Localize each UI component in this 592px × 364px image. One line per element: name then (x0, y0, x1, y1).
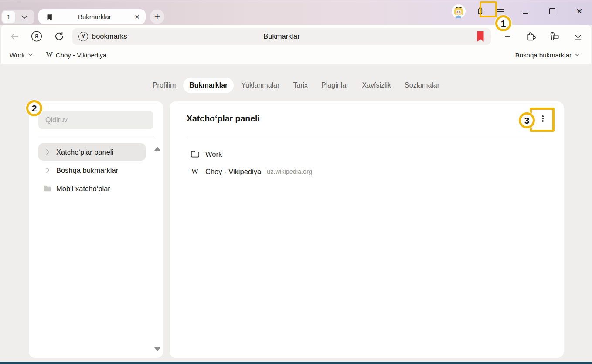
chevron-down-icon (575, 53, 580, 57)
page-bookmarked-icon[interactable] (476, 31, 485, 42)
downloads-button[interactable] (573, 31, 583, 42)
search-input[interactable] (38, 116, 153, 124)
tree-item-mobile-bookmarks[interactable]: Mobil xatchoʻplar (38, 180, 146, 197)
chevron-right-icon (44, 166, 51, 174)
other-bookmarks-button[interactable]: Boshqa bukmarklar (515, 51, 580, 59)
browser-window: 1 Bukmarklar × + (0, 0, 592, 364)
tab-counter-button[interactable]: 1 (2, 11, 15, 23)
sidebar-divider (38, 136, 154, 136)
chevron-down-icon (28, 53, 33, 57)
yandex-logo-button[interactable]: Я (31, 31, 42, 42)
scroll-up-arrow[interactable] (154, 147, 160, 151)
tab-yuklanmalar[interactable]: Yuklanmalar (235, 78, 286, 93)
annotation-step-2: 2 (26, 100, 42, 116)
tab-group: 1 (1, 10, 34, 24)
bookmarks-list: Work W Choy - Vikipediya uz.wikipedia.or… (170, 145, 564, 180)
other-bookmarks-label: Boshqa bukmarklar (515, 51, 572, 59)
tab-bukmarklar[interactable]: Bukmarklar (183, 78, 234, 93)
back-button[interactable] (9, 31, 20, 42)
wikipedia-favicon: W (46, 51, 53, 59)
profile-avatar[interactable] (452, 4, 466, 18)
bookmarks-bar: Work W Choy - Vikipediya Boshqa bukmarkl… (1, 48, 591, 64)
reload-button[interactable] (53, 31, 65, 42)
wikipedia-link-label: Choy - Vikipediya (56, 51, 106, 59)
bookmarks-bar-link-wikipedia[interactable]: W Choy - Vikipediya (46, 51, 107, 59)
hamburger-icon (497, 8, 504, 15)
minimize-icon (523, 13, 528, 14)
active-tab[interactable]: Bukmarklar × (38, 9, 146, 24)
tab-list-chevron-button[interactable] (15, 15, 34, 19)
work-folder-label: Work (10, 51, 25, 59)
puzzle-icon (526, 31, 536, 42)
bookmarks-manager-page: Profilim Bukmarklar Yuklanmalar Tarix Pl… (0, 64, 592, 362)
sidebar-search[interactable] (38, 111, 153, 129)
main-panel-header: Xatchoʻplar paneli (170, 101, 564, 136)
bookmarks-sidebar: Xatchoʻplar paneli Boshqa bukmarklar Mob… (29, 101, 163, 358)
window-minimize-button[interactable] (517, 3, 534, 20)
bookmarks-bar-folder-work[interactable]: Work (10, 51, 33, 59)
list-item-name: Choy - Vikipediya (205, 168, 261, 176)
address-bar[interactable]: Y bookmarks Bukmarklar (72, 28, 491, 45)
bookmarks-tab-favicon-icon (45, 13, 54, 21)
extensions-button[interactable] (526, 31, 536, 42)
wikipedia-favicon: W (190, 167, 200, 176)
tree-item-bookmarks-panel[interactable]: Xatchoʻplar paneli (38, 143, 146, 161)
panel-heading: Xatchoʻplar paneli (187, 114, 260, 124)
yandex-logo-icon: Я (31, 30, 42, 42)
list-item-name: Work (205, 150, 222, 158)
chevron-right-icon (44, 148, 51, 156)
tab-xavfsizlik[interactable]: Xavfsizlik (356, 78, 397, 93)
arrow-left-icon (9, 31, 20, 42)
chevron-down-icon (21, 15, 27, 19)
folder-icon (190, 150, 200, 158)
tree-item-label: Xatchoʻplar paneli (56, 148, 113, 156)
tab-profilim[interactable]: Profilim (146, 78, 182, 93)
toolbar-menu-button[interactable] (502, 31, 513, 42)
tab-tarix[interactable]: Tarix (287, 78, 314, 93)
settings-nav-tabs: Profilim Bukmarklar Yuklanmalar Tarix Pl… (0, 78, 592, 93)
close-icon: × (576, 5, 582, 17)
tab-plaginlar[interactable]: Plaginlar (315, 78, 354, 93)
list-item-choy-vikipediya[interactable]: W Choy - Vikipediya uz.wikipedia.org (170, 163, 564, 180)
annotation-step-1: 1 (495, 15, 511, 31)
reload-icon (54, 31, 65, 42)
password-manager-icon[interactable] (549, 31, 560, 42)
scroll-down-arrow[interactable] (154, 347, 160, 351)
maximize-icon (549, 8, 555, 14)
toolbar-icon-cluster (502, 31, 583, 42)
folder-tree: Xatchoʻplar paneli Boshqa bukmarklar Mob… (29, 143, 163, 197)
download-arrow-icon (573, 31, 583, 42)
main-panel-divider (187, 136, 544, 136)
titlebar-right-cluster: × (452, 0, 592, 25)
folder-filled-icon (44, 185, 51, 192)
new-tab-button[interactable]: + (150, 10, 164, 24)
list-item-url: uz.wikipedia.org (267, 168, 312, 175)
window-maximize-button[interactable] (544, 3, 561, 20)
tab-title: Bukmarklar (56, 13, 133, 20)
bookmarks-main-panel: Xatchoʻplar paneli Work W Choy - Vikiped… (170, 101, 564, 358)
url-text[interactable]: bookmarks (92, 32, 127, 40)
list-item-work-folder[interactable]: Work (170, 145, 564, 163)
tree-item-label: Mobil xatchoʻplar (56, 185, 110, 193)
search-engine-icon: Y (78, 32, 88, 41)
tree-item-label: Boshqa bukmarklar (56, 166, 118, 175)
annotation-highlight-box-1 (480, 1, 497, 17)
tab-close-icon[interactable]: × (133, 13, 141, 21)
tree-item-other-bookmarks[interactable]: Boshqa bukmarklar (38, 162, 146, 179)
svg-text:Я: Я (34, 33, 38, 40)
tab-sozlamalar[interactable]: Sozlamalar (398, 78, 446, 93)
page-title: Bukmarklar (72, 32, 491, 40)
window-close-button[interactable]: × (571, 3, 588, 20)
annotation-step-3: 3 (519, 112, 535, 128)
